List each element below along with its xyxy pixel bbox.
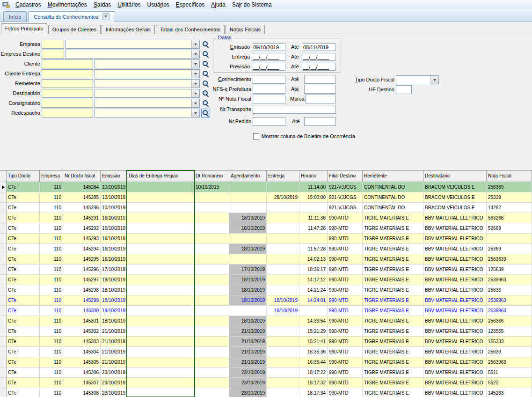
cell-dt-romaneio[interactable] bbox=[194, 368, 229, 378]
marca-input[interactable] bbox=[305, 95, 336, 103]
cell-filial-destino[interactable]: 921-VJJCGS bbox=[328, 192, 363, 203]
cell-empresa[interactable]: 110 bbox=[40, 192, 63, 203]
cell-agendamento[interactable] bbox=[229, 254, 267, 265]
cell-nr-docto-fiscal[interactable]: 145284 bbox=[63, 182, 101, 192]
table-row[interactable]: CTe11014529918/10/201918/10/201918/10/20… bbox=[0, 295, 532, 306]
cell-emissao[interactable]: 23/10/2019 bbox=[101, 378, 127, 388]
cell-nota-fiscal[interactable]: 563266 bbox=[487, 213, 532, 223]
cell-emissao[interactable]: 18/10/2019 bbox=[101, 295, 127, 306]
previsao-from-input[interactable] bbox=[252, 63, 285, 71]
menu-item-sair-do-sistema[interactable]: Sair do Sistema bbox=[229, 1, 275, 8]
cell-tipo-docto[interactable]: CTe bbox=[7, 223, 40, 234]
cell-horario[interactable]: 11:57:28 bbox=[299, 244, 328, 254]
cell-remetente[interactable]: TIGRE MATERIAIS E bbox=[363, 316, 423, 326]
cell-tipo-docto[interactable]: CTe bbox=[7, 357, 40, 368]
cell-entrega[interactable] bbox=[267, 234, 299, 244]
cell-nota-fiscal[interactable]: 2539963 bbox=[487, 295, 532, 306]
cell-horario[interactable]: 11:14:00 bbox=[299, 182, 328, 192]
cell-dt-romaneio[interactable] bbox=[194, 254, 229, 265]
cell-remetente[interactable]: TIGRE MATERIAIS E bbox=[363, 285, 423, 295]
cell-agendamento[interactable]: 18/10/2019 bbox=[229, 244, 267, 254]
column-header-emissao[interactable]: Emissão bbox=[101, 170, 127, 182]
cell-dias-de-entrega-regiao[interactable] bbox=[127, 244, 194, 254]
cell-dt-romaneio[interactable] bbox=[194, 295, 229, 306]
cell-tipo-docto[interactable]: CTe bbox=[7, 244, 40, 254]
cell-dias-de-entrega-regiao[interactable] bbox=[127, 182, 194, 192]
column-header-nr-docto-fiscal[interactable]: Nr Docto fiscal bbox=[63, 170, 101, 182]
cell-horario[interactable]: 18:17:22 bbox=[299, 368, 328, 378]
cell-entrega[interactable] bbox=[267, 316, 299, 326]
cell-nr-docto-fiscal[interactable]: 145302 bbox=[63, 326, 101, 337]
cell-remetente[interactable]: CONTINENTAL DO bbox=[363, 192, 423, 203]
cell-remetente[interactable]: TIGRE MATERIAIS E bbox=[363, 254, 423, 265]
cell-destinatario[interactable]: BBV MATERIAL ELETRICO bbox=[423, 337, 487, 347]
table-row[interactable]: CTe11014530623/10/201923/10/201918:17:22… bbox=[0, 368, 532, 378]
cell-empresa[interactable]: 110 bbox=[40, 326, 63, 337]
cell-horario[interactable]: 15:21:41 bbox=[299, 337, 328, 347]
cell-nota-fiscal[interactable]: 52669 bbox=[487, 223, 532, 234]
cell-destinatario[interactable]: BBV MATERIAL ELETRICO bbox=[423, 275, 487, 285]
cell-entrega[interactable] bbox=[267, 203, 299, 213]
cell-nota-fiscal[interactable]: 25636 bbox=[487, 285, 532, 295]
cell-dias-de-entrega-regiao[interactable] bbox=[127, 337, 194, 347]
cell-dt-romaneio[interactable] bbox=[194, 192, 229, 203]
cell-dt-romaneio[interactable] bbox=[194, 234, 229, 244]
cell-remetente[interactable]: CONTINENTAL DO bbox=[363, 182, 423, 192]
cell-dt-romaneio[interactable] bbox=[194, 213, 229, 223]
empresa-combo[interactable] bbox=[66, 40, 200, 49]
cell-empresa[interactable]: 110 bbox=[40, 295, 63, 306]
cell-entrega[interactable] bbox=[267, 244, 299, 254]
cell-empresa[interactable]: 110 bbox=[40, 265, 63, 275]
cell-empresa[interactable]: 110 bbox=[40, 275, 63, 285]
cell-remetente[interactable]: TIGRE MATERIAIS E bbox=[363, 275, 423, 285]
menu-item-saidas[interactable]: Saídas bbox=[90, 1, 114, 8]
tab-inicio[interactable]: Início bbox=[3, 11, 27, 22]
cell-emissao[interactable]: 18/10/2019 bbox=[101, 275, 127, 285]
table-row[interactable]: CTe11014529316/10/2019990-MTDTIGRE MATER… bbox=[0, 234, 532, 244]
cell-emissao[interactable]: 10/10/2019 bbox=[101, 203, 127, 213]
cell-agendamento[interactable]: 18/10/2019 bbox=[229, 295, 267, 306]
cell-destinatario[interactable]: BBV MATERIAL ELETRICO bbox=[423, 234, 487, 244]
column-header-remetente[interactable]: Remetente bbox=[363, 170, 423, 182]
table-row[interactable]: CTe11014528510/10/201928/10/201915:00:00… bbox=[0, 192, 532, 203]
cell-nr-docto-fiscal[interactable]: 145286 bbox=[63, 203, 101, 213]
menu-item-utilitarios[interactable]: Utilitários bbox=[114, 1, 144, 8]
cell-dias-de-entrega-regiao[interactable] bbox=[127, 378, 194, 388]
combo-dropdown-button[interactable] bbox=[191, 60, 199, 68]
cell-remetente[interactable]: TIGRE MATERIAIS E bbox=[363, 244, 423, 254]
cell-dias-de-entrega-regiao[interactable] bbox=[127, 347, 194, 357]
cell-dias-de-entrega-regiao[interactable] bbox=[127, 213, 194, 223]
cell-nr-docto-fiscal[interactable]: 145293 bbox=[63, 234, 101, 244]
cell-destinatario[interactable]: BBV MATERIAL ELETRICO bbox=[423, 306, 487, 316]
cell-horario[interactable] bbox=[299, 234, 328, 244]
nr-pedido-to-input[interactable] bbox=[304, 117, 336, 126]
cell-dias-de-entrega-regiao[interactable] bbox=[127, 223, 194, 234]
emissao-from-input[interactable] bbox=[252, 43, 285, 51]
cell-nota-fiscal[interactable]: 155333 bbox=[487, 337, 532, 347]
cell-emissao[interactable]: 21/10/2019 bbox=[101, 326, 127, 337]
cell-emissao[interactable]: 17/10/2019 bbox=[101, 265, 127, 275]
cell-horario[interactable]: 15:00:00 bbox=[299, 192, 328, 203]
table-row[interactable]: CTe11014529516/10/201914:02:13990-MTDTIG… bbox=[0, 254, 532, 265]
cell-entrega[interactable] bbox=[267, 357, 299, 368]
cell-remetente[interactable]: CONTINENTAL DO bbox=[363, 203, 423, 213]
cell-tipo-docto[interactable]: CTe bbox=[7, 388, 40, 397]
cell-dias-de-entrega-regiao[interactable] bbox=[127, 234, 194, 244]
column-header-agendamento[interactable]: Agendamento bbox=[229, 170, 267, 182]
combo-dropdown-button[interactable] bbox=[191, 40, 199, 48]
cell-empresa[interactable]: 110 bbox=[40, 223, 63, 234]
cell-dt-romaneio[interactable] bbox=[194, 265, 229, 275]
cell-nota-fiscal[interactable]: 2563963 bbox=[487, 357, 532, 368]
cell-filial-destino[interactable]: 990-MTD bbox=[328, 295, 363, 306]
column-header-destinatario[interactable]: Destinatário bbox=[423, 170, 487, 182]
cell-agendamento[interactable]: 23/10/2019 bbox=[229, 378, 267, 388]
cell-nr-docto-fiscal[interactable]: 145303 bbox=[63, 337, 101, 347]
cell-emissao[interactable]: 10/10/2019 bbox=[101, 182, 127, 192]
cell-nr-docto-fiscal[interactable]: 145294 bbox=[63, 244, 101, 254]
cell-nr-docto-fiscal[interactable]: 145299 bbox=[63, 295, 101, 306]
empresa-code-input[interactable] bbox=[42, 40, 64, 49]
cell-dt-romaneio[interactable] bbox=[194, 337, 229, 347]
cell-destinatario[interactable]: BBV MATERIAL ELETRICO bbox=[423, 326, 487, 337]
cell-empresa[interactable]: 110 bbox=[40, 213, 63, 223]
cell-agendamento[interactable] bbox=[229, 306, 267, 316]
